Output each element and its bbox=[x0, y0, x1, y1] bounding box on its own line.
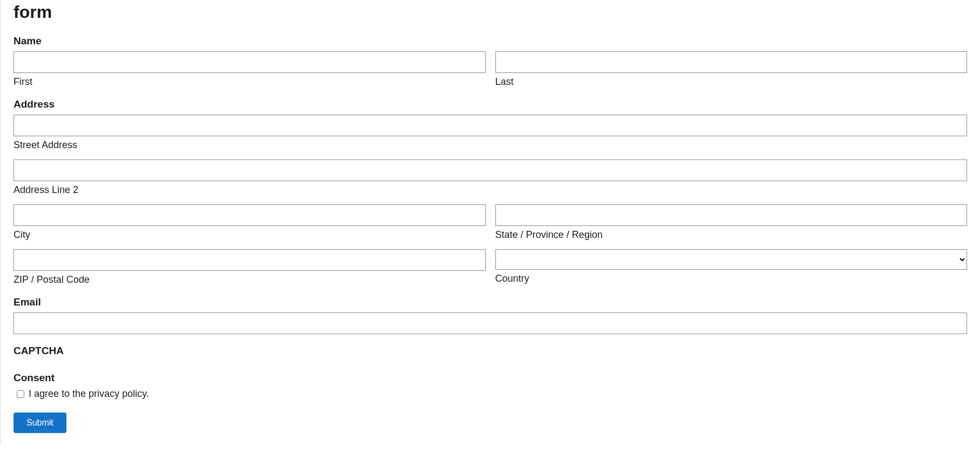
country-select[interactable] bbox=[495, 249, 968, 270]
first-name-input[interactable] bbox=[14, 51, 486, 73]
address-line2-sublabel: Address Line 2 bbox=[14, 184, 967, 196]
address-label: Address bbox=[14, 98, 967, 110]
city-sublabel: City bbox=[14, 229, 486, 241]
country-sublabel: Country bbox=[495, 273, 968, 284]
email-label: Email bbox=[14, 296, 967, 308]
state-input[interactable] bbox=[495, 204, 968, 226]
last-name-input[interactable] bbox=[495, 51, 968, 73]
zip-input[interactable] bbox=[14, 249, 486, 271]
city-input[interactable] bbox=[14, 204, 486, 226]
first-name-sublabel: First bbox=[14, 76, 486, 88]
consent-text: I agree to the privacy policy. bbox=[29, 388, 149, 400]
state-sublabel: State / Province / Region bbox=[495, 229, 968, 241]
name-label: Name bbox=[14, 35, 967, 47]
zip-sublabel: ZIP / Postal Code bbox=[14, 274, 486, 285]
consent-label: Consent bbox=[14, 372, 967, 384]
captcha-label: CAPTCHA bbox=[14, 345, 967, 357]
submit-button[interactable]: Submit bbox=[14, 413, 66, 433]
consent-checkbox[interactable] bbox=[17, 390, 24, 398]
last-name-sublabel: Last bbox=[495, 76, 968, 88]
form-title: form bbox=[14, 0, 967, 22]
street-address-sublabel: Street Address bbox=[14, 139, 967, 151]
email-input[interactable] bbox=[14, 313, 967, 334]
address-line2-input[interactable] bbox=[14, 159, 967, 181]
street-address-input[interactable] bbox=[14, 115, 967, 136]
